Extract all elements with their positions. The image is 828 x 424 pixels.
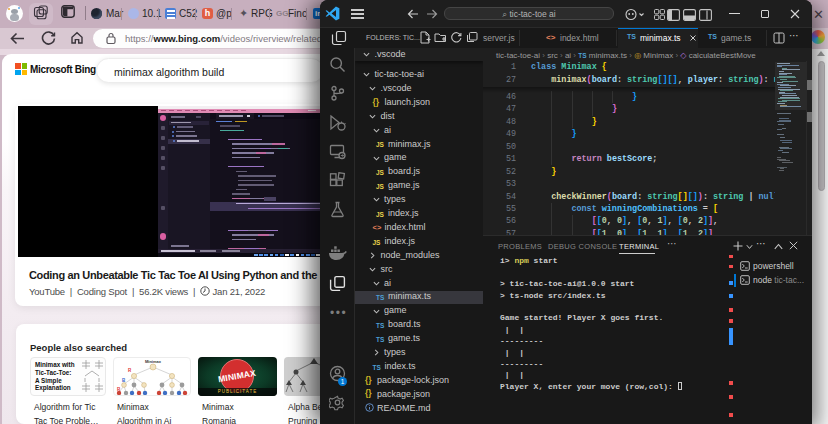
svg-text:Minimax: Minimax <box>145 359 162 364</box>
svg-text:R: R <box>128 368 132 373</box>
svg-text:B: B <box>122 378 126 383</box>
